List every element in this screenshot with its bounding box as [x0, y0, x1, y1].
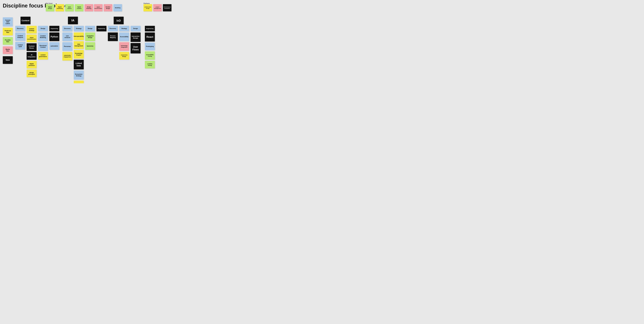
note-accessibility: Accessibility — [119, 33, 129, 41]
note-digital-marketing: digitalmarketing — [56, 4, 64, 11]
col-content-strategy: contentstrategy — [26, 26, 36, 34]
note-modeling: Modeling — [114, 4, 122, 11]
note-navigation-design: navigationdesign — [85, 33, 95, 41]
col-ia-strategy: Strategy — [74, 26, 84, 31]
note-react: React — [145, 33, 155, 42]
col-ia-design: Design — [85, 26, 95, 31]
note-personas: Personas — [62, 42, 72, 51]
note-design-principles: designprinciples — [26, 70, 36, 77]
note-linked-data: LinkedData — [74, 60, 84, 69]
legend-maybe: MaybeNew — [3, 46, 13, 54]
note-structured-content: StructuredContent — [38, 42, 48, 51]
note-ecosystem-strategy: EcosystemStrategy — [74, 71, 84, 80]
note-open-source: opensource — [65, 4, 74, 11]
section-ixd: IxD — [114, 17, 124, 24]
note-stakeholder-engagement: stakeholderengagement — [62, 52, 72, 61]
col-ixd-discovery: Discovery — [108, 26, 118, 31]
col-ixd-design: Design — [130, 26, 140, 31]
note-process-mapping: ProcessMapping — [108, 33, 118, 41]
note-design-thinking: designthinking — [84, 4, 93, 11]
col-ixd-engineering: Engineering — [145, 26, 155, 31]
note-content-audit: contentaudit — [15, 42, 25, 50]
legend-preferred: PreferredNew — [3, 28, 13, 35]
note-technology-integration: technologyintegration — [119, 42, 129, 51]
section-content: Content — [20, 17, 30, 24]
note-user-research: userresearch — [62, 33, 72, 41]
note-collaborative-design: collaborativedesign — [144, 4, 152, 11]
note-ai-integration: AIIntegration — [26, 52, 36, 60]
legend-new: New — [3, 56, 13, 64]
col-ia-discovery: Discovery — [62, 26, 72, 31]
note-user-flows: UserFlows — [130, 43, 140, 53]
note-knowledge-graphs: KnowledgeGraphs — [74, 50, 84, 59]
note-digital-communication: digitalcommunication — [26, 35, 36, 42]
note-content-reuse: ContentReuse — [26, 43, 36, 51]
note-performance-evaluation: PerformanceEvaluation — [163, 4, 172, 11]
col-content-discovery: Discovery — [15, 26, 25, 31]
not-used-label: Not Used — [46, 3, 52, 4]
note-content-analysis: ContentAnalysis — [15, 33, 25, 41]
note-interaction-design: InteractionDesign — [130, 33, 140, 42]
main-page: Discipline focus by phase Not Used digit… — [0, 0, 166, 83]
note-project-management: projectmanagement — [153, 4, 162, 11]
note-responsive-design: responsivedesign — [119, 52, 129, 60]
note-iterative-design: iterativedesign — [104, 4, 112, 11]
note-data-management: datamanagement — [74, 41, 84, 49]
note-automation: automation — [49, 42, 59, 50]
note-semantic-web: semanticweb — [74, 81, 84, 83]
orphans-label: Orphans — [144, 3, 150, 4]
note-digital-transformation: digitaltransformation — [94, 4, 102, 11]
note-digital-design: digitaldesign — [46, 4, 54, 11]
note-accessibility-testing: accessibilityTesting — [145, 51, 155, 60]
note-content-governance: contentgovernance — [38, 52, 48, 60]
note-digital-content: digitalcontent — [75, 4, 84, 11]
note-digital-presence: digitalpresence — [26, 61, 36, 68]
note-python: Python — [49, 33, 59, 41]
legend-current: Current2024Labels — [3, 17, 13, 26]
section-ia: IA — [68, 17, 78, 24]
note-prototyping: Prototyping — [145, 43, 155, 50]
legend-possible: PossibleNew — [3, 37, 13, 45]
col-content-engineering: Engineering — [49, 26, 59, 31]
note-taxonomy: taxonomy — [85, 42, 95, 50]
col-content-design: Design — [38, 26, 48, 31]
col-ia-engineering: Engineering — [96, 26, 106, 31]
note-interoperability: Interoperability — [74, 33, 84, 40]
col-ixd-strategy: Strategy — [119, 26, 129, 31]
note-usability-testing: usabilitytesting — [145, 61, 155, 68]
note-content-modeling: ContentModeling — [38, 33, 48, 41]
